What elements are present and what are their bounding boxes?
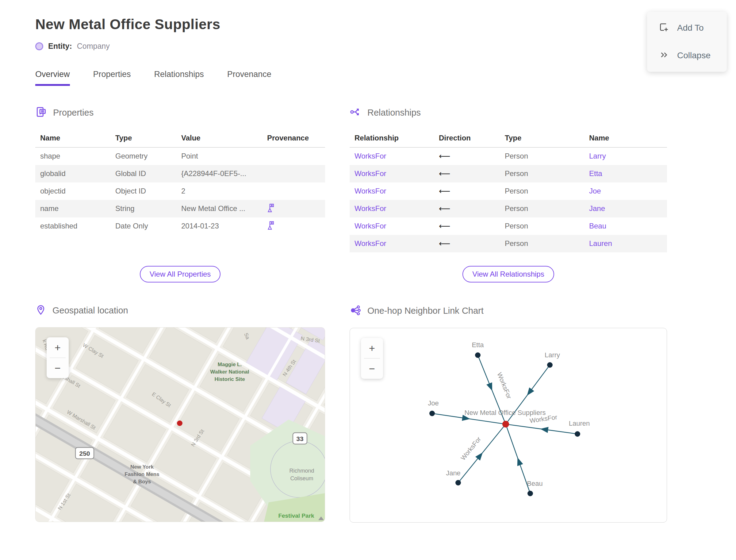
related-entity-link[interactable]: Larry [589,152,606,160]
relationships-section: Relationships Relationship Direction Typ… [350,106,667,282]
property-type: Global ID [110,165,176,182]
property-value: 2 [176,182,262,200]
view-all-properties-button[interactable]: View All Properties [140,266,221,282]
graph-center-node[interactable] [502,421,509,428]
property-row: shapeGeometryPoint [35,148,325,165]
properties-table-body: shapeGeometryPointglobalidGlobal ID{A228… [35,148,325,235]
relationship-link[interactable]: WorksFor [355,222,386,230]
relationship-link[interactable]: WorksFor [355,204,386,213]
graph-node-label: Lauren [569,420,590,427]
edge-label: WorksFor [496,371,513,400]
relationship-link[interactable]: WorksFor [355,239,386,247]
col-header-value: Value [176,129,262,148]
tab-overview[interactable]: Overview [35,70,70,86]
property-provenance [262,148,325,165]
graph-node-etta[interactable] [475,352,481,358]
properties-title: Properties [53,108,94,118]
entity-label: Entity: [48,42,72,51]
map-label: Maggie L. [218,362,242,367]
graph-node-label: Joe [428,399,439,407]
related-entity-link[interactable]: Beau [589,222,606,230]
property-provenance [262,182,325,200]
relationship-row: WorksFor⟵PersonLauren [350,235,667,252]
properties-table: Name Type Value Provenance shapeGeometry… [35,129,325,235]
direction-arrow: ⟵ [439,152,450,161]
provenance-flag-icon[interactable] [267,206,275,214]
add-to-icon [659,22,669,34]
property-row: objectidObject ID2 [35,182,325,200]
map-pin-icon [35,305,46,317]
link-chart-section: One-hop Neighbor Link Chart + − WorksFor… [350,305,667,523]
relationships-table-body: WorksFor⟵PersonLarryWorksFor⟵PersonEttaW… [350,148,667,252]
graph-node-label: Beau [527,480,542,487]
collapse-label: Collapse [677,51,711,60]
relationship-link[interactable]: WorksFor [355,187,386,195]
graph-node-label: Jane [446,469,461,477]
relationship-row: WorksFor⟵PersonBeau [350,217,667,235]
add-to-label: Add To [677,23,704,33]
chart-zoom-in-button[interactable]: + [361,338,383,358]
chart-zoom-out-button[interactable]: − [361,359,383,379]
property-provenance [262,217,325,235]
geospatial-section: Geospatial location + − 25033k RdW Clay … [35,305,325,523]
map-label: Historic Site [214,376,245,382]
related-entity-link[interactable]: Joe [589,187,601,195]
related-entity-link[interactable]: Jane [589,204,605,213]
map-zoom-out-button[interactable]: − [47,358,69,378]
property-type: String [110,200,176,217]
tab-properties[interactable]: Properties [93,70,131,86]
graph-node-label: Larry [545,351,560,359]
tab-bar: Overview Properties Relationships Proven… [35,70,701,86]
graph-arrowhead [517,457,523,466]
link-chart-graph: WorksForWorksForWorksForEttaLarryJoeLaur… [350,328,667,522]
graph-node-larry[interactable] [547,362,553,368]
entity-row: Entity: Company [35,42,701,51]
related-entity-link[interactable]: Lauren [589,239,612,247]
tab-provenance[interactable]: Provenance [227,70,271,86]
col-header-provenance: Provenance [262,129,325,148]
link-chart-canvas[interactable]: + − WorksForWorksForWorksForEttaLarryJoe… [350,328,667,523]
entity-overview-page: New Metal Office Suppliers Entity: Compa… [0,0,736,535]
entity-type-value: Company [77,42,110,51]
relationship-type: Person [500,148,584,165]
double-chevron-right-icon [659,50,669,61]
chart-zoom-control: + − [361,338,383,379]
location-marker [177,420,182,426]
direction-arrow: ⟵ [439,169,450,178]
map-canvas[interactable]: + − 25033k RdW Clay StSaMarshall StW Mar… [35,327,325,522]
graph-node-joe[interactable] [429,411,435,416]
relationship-type: Person [500,217,584,235]
property-value: {A228944F-0EF5-... [176,165,262,182]
col-header-name: Name [584,129,667,148]
col-header-type: Type [110,129,176,148]
relationship-type: Person [500,200,584,217]
tab-relationships[interactable]: Relationships [154,70,204,86]
col-header-relationship: Relationship [350,129,434,148]
graph-node-lauren[interactable] [575,431,580,437]
graph-node-jane[interactable] [455,480,461,485]
add-to-button[interactable]: Add To [659,22,727,34]
map-label: New York [130,464,154,470]
view-all-relationships-button[interactable]: View All Relationships [462,266,554,282]
relationships-icon [350,106,361,119]
relationship-type: Person [500,182,584,200]
relationship-type: Person [500,235,584,252]
map-zoom-in-button[interactable]: + [47,337,69,358]
relationship-link[interactable]: WorksFor [355,152,386,160]
relationships-table: Relationship Direction Type Name WorksFo… [350,129,667,252]
property-value: Point [176,148,262,165]
map-label: & Boys [133,479,151,485]
graph-arrowhead [486,382,492,391]
graph-arrowhead [527,387,534,396]
relationship-link[interactable]: WorksFor [355,169,386,178]
provenance-flag-icon[interactable] [267,223,275,232]
properties-icon [35,106,47,119]
property-type: Object ID [110,182,176,200]
relationships-title: Relationships [367,108,421,118]
related-entity-link[interactable]: Etta [589,169,602,178]
link-chart-icon [350,305,361,317]
collapse-button[interactable]: Collapse [659,50,727,61]
graph-node-beau[interactable] [527,491,533,496]
graph-node-label: Etta [472,341,484,349]
route-shield: 250 [79,450,90,457]
